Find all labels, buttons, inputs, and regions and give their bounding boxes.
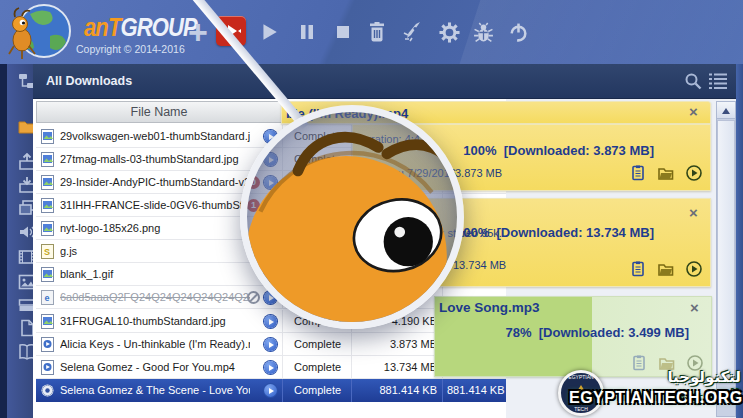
- exit-button[interactable]: [503, 17, 533, 47]
- scroll-up-button[interactable]: [717, 102, 735, 119]
- file-name: 31IHH-FRANCE-slide-0GV6-thumbStand: [60, 194, 250, 217]
- table-row-selected[interactable]: Selena Gomez & The Scene - Love You Like…: [36, 379, 506, 402]
- file-name: g.js: [60, 240, 250, 263]
- file-name: Selena Gomez - Good For You.mp4: [60, 356, 250, 379]
- logo-top-text: EGYPTIAN: [561, 374, 601, 380]
- file-name: Alicia Keys - Un-thinkable (I'm Ready).m…: [60, 333, 250, 356]
- settings-button[interactable]: [434, 17, 464, 47]
- file-name: 31FRUGAL10-thumbStandard.jpg: [60, 310, 250, 333]
- row-size: 13.734 MB: [352, 356, 443, 379]
- video-file-icon: [41, 360, 54, 375]
- image-file-icon: [41, 221, 54, 236]
- video-file-icon: [41, 337, 54, 352]
- svg-text:e: e: [45, 293, 50, 303]
- detail-card-3: Love Song.mp3 × 78% [Downloaded: 3.499 M…: [434, 296, 712, 377]
- brand-wordmark: anTGROUP: [84, 13, 197, 42]
- file-name: 29volkswagen-web01-thumbStandard.jpg: [60, 125, 250, 148]
- card-size: 3.873 MB: [455, 167, 502, 179]
- close-icon[interactable]: ×: [689, 207, 701, 219]
- category-sidebar: [7, 64, 33, 418]
- file-name: 29-Insider-AndyPIC-thumbStandard-v2: [60, 171, 250, 194]
- bug-icon: [473, 22, 494, 43]
- row-size: 881.414 KB: [352, 379, 443, 402]
- row-expand-arrow[interactable]: [264, 338, 277, 351]
- ant-globe-logo: [6, 2, 72, 62]
- web-file-icon: e: [41, 290, 54, 305]
- file-name: blank_1.gif: [60, 263, 250, 286]
- close-icon[interactable]: ×: [689, 106, 701, 118]
- card-title: Love Song.mp3: [439, 300, 540, 315]
- play-icon[interactable]: [686, 261, 702, 277]
- window-right-edge: [736, 64, 743, 418]
- image-file-icon: [41, 152, 54, 167]
- file-name: Selena Gomez & The Scene - Love You Like: [60, 379, 250, 402]
- image-file-icon: [41, 129, 54, 144]
- antdm-window: anTGROUP Copyright © 2014-2016 +: [0, 0, 743, 418]
- stop-button[interactable]: [328, 17, 358, 47]
- row-size: 3.873 MB: [352, 333, 443, 356]
- image-file-icon: [41, 314, 54, 329]
- image-file-icon: [41, 198, 54, 213]
- column-header-file-name[interactable]: File Name: [36, 101, 282, 123]
- row-expand-arrow[interactable]: [264, 315, 277, 328]
- trash-icon: [368, 22, 386, 42]
- add-download-button[interactable]: +: [183, 17, 213, 47]
- start-button[interactable]: [254, 17, 284, 47]
- image-file-icon: [41, 267, 54, 282]
- stop-icon: [335, 24, 351, 40]
- search-icon[interactable]: [683, 71, 703, 91]
- power-icon: [508, 22, 529, 43]
- cancelled-icon: [247, 291, 260, 304]
- boost-button[interactable]: [398, 17, 428, 47]
- file-name: 27tmag-malls-03-thumbStandard.jpg: [60, 148, 250, 171]
- row-status: Complete: [283, 333, 352, 356]
- pause-icon: [298, 23, 316, 41]
- row-status: Complete: [283, 379, 352, 402]
- watermark-site-text: EGYPTIANTECH.ORG: [569, 388, 743, 408]
- watermark: EGYPTIAN TECH لتكنولوجيا المصرية EGYPTIA…: [556, 368, 743, 418]
- open-folder-icon[interactable]: [658, 165, 674, 181]
- gear-icon: [439, 22, 460, 43]
- image-file-icon: [41, 175, 54, 190]
- play-icon: [259, 22, 279, 42]
- copy-info-icon[interactable]: [630, 261, 646, 277]
- copy-info-icon[interactable]: [630, 165, 646, 181]
- virus-scan-button[interactable]: [468, 17, 498, 47]
- rocket-icon: [402, 21, 424, 43]
- view-menu-icon[interactable]: [707, 71, 729, 91]
- close-icon[interactable]: ×: [690, 302, 702, 314]
- open-folder-icon[interactable]: [658, 261, 674, 277]
- list-header-bar: All Downloads: [33, 64, 736, 99]
- row-expand-arrow[interactable]: [264, 361, 277, 374]
- window-left-edge: [0, 64, 7, 418]
- svg-text:S: S: [44, 247, 50, 257]
- card-progress: 100% [Downloaded: 13.734 MB]: [456, 225, 654, 240]
- plus-icon: +: [188, 19, 208, 45]
- play-icon[interactable]: [686, 165, 702, 181]
- brand-ant: anT: [84, 13, 120, 41]
- main-toolbar: anTGROUP Copyright © 2014-2016 +: [0, 0, 743, 64]
- magnifier-glass: [240, 105, 464, 329]
- script-file-icon: S: [41, 244, 54, 259]
- row-status: Complete: [283, 356, 352, 379]
- copyright-text: Copyright © 2014-2016: [76, 43, 185, 55]
- delete-button[interactable]: [362, 17, 392, 47]
- card-progress: 78% [Downloaded: 3.499 MB]: [505, 325, 689, 340]
- page-title: All Downloads: [46, 74, 132, 88]
- card-progress: 100% [Downloaded: 3.873 MB]: [463, 143, 654, 158]
- media-file-icon: [41, 383, 54, 398]
- pause-button[interactable]: [292, 17, 322, 47]
- card-size: 13.734 MB: [453, 259, 506, 271]
- scrollbar-thumb[interactable]: [717, 120, 735, 382]
- file-name: 6a0d5aaaQ2FQ24Q24Q24Q24Q24Q24: [60, 286, 250, 309]
- file-name: nyt-logo-185x26.png: [60, 217, 250, 240]
- row-expand-arrow[interactable]: [264, 384, 277, 397]
- row-downloaded: 881.414 KB: [443, 379, 506, 402]
